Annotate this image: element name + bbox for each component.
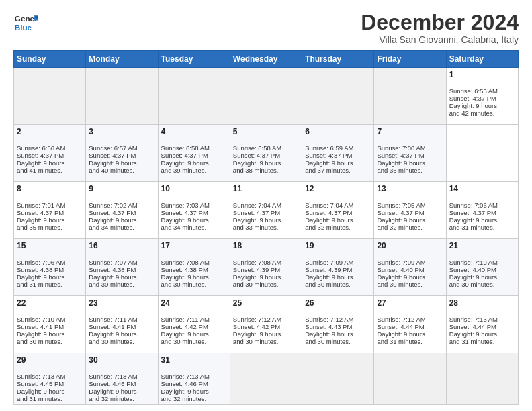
daylight-minutes: and 31 minutes. [377,338,423,345]
daylight-hours: Daylight: 9 hours [161,216,209,224]
daylight-hours: Daylight: 9 hours [89,330,136,338]
daylight-minutes: and 30 minutes. [161,338,207,345]
calendar-cell [446,353,518,405]
sunrise-text: Sunrise: 7:13 AM [89,373,137,380]
sunset-text: Sunset: 4:37 PM [449,209,496,216]
sunset-text: Sunset: 4:37 PM [305,152,352,159]
sunset-text: Sunset: 4:42 PM [233,323,280,330]
calendar-cell: 15Sunrise: 7:06 AMSunset: 4:38 PMDayligh… [14,239,86,296]
day-number: 20 [377,241,443,250]
daylight-hours: Daylight: 9 hours [161,159,209,167]
logo: General Blue [13,11,38,35]
day-number: 27 [377,298,443,308]
daylight-hours: Daylight: 9 hours [449,330,497,338]
daylight-minutes: and 42 minutes. [449,109,495,117]
daylight-minutes: and 30 minutes. [305,338,351,345]
day-number: 2 [17,127,83,136]
sunset-text: Sunset: 4:37 PM [161,209,208,216]
calendar-cell: 27Sunrise: 7:12 AMSunset: 4:44 PMDayligh… [374,296,446,353]
sunrise-text: Sunrise: 7:09 AM [305,259,353,266]
daylight-minutes: and 34 minutes. [89,224,134,231]
calendar-cell [14,68,86,125]
calendar-cell [374,353,446,405]
sunset-text: Sunset: 4:39 PM [305,266,352,273]
calendar-week-row: 15Sunrise: 7:06 AMSunset: 4:38 PMDayligh… [14,239,519,296]
calendar-cell [230,68,302,125]
sunset-text: Sunset: 4:44 PM [449,323,496,330]
month-title: December 2024 [361,11,519,34]
daylight-hours: Daylight: 9 hours [17,159,64,167]
daylight-minutes: and 40 minutes. [89,167,134,174]
sunset-text: Sunset: 4:43 PM [305,323,352,330]
sunrise-text: Sunrise: 7:01 AM [17,201,65,209]
calendar-cell: 28Sunrise: 7:13 AMSunset: 4:44 PMDayligh… [446,296,518,353]
calendar-cell: 4Sunrise: 6:58 AMSunset: 4:37 PMDaylight… [158,125,230,182]
sunset-text: Sunset: 4:38 PM [17,266,64,273]
calendar-cell: 13Sunrise: 7:05 AMSunset: 4:37 PMDayligh… [374,182,446,239]
sunrise-text: Sunrise: 7:12 AM [377,316,425,323]
daylight-minutes: and 30 minutes. [305,281,351,288]
calendar-cell: 24Sunrise: 7:11 AMSunset: 4:42 PMDayligh… [158,296,230,353]
day-number: 3 [89,127,154,136]
sunrise-text: Sunrise: 7:02 AM [89,201,137,209]
page: General Blue December 2024 Villa San Gio… [0,0,532,411]
daylight-hours: Daylight: 9 hours [161,387,209,395]
sunset-text: Sunset: 4:37 PM [377,209,424,216]
daylight-hours: Daylight: 9 hours [305,216,353,224]
day-number: 26 [305,298,371,308]
day-number: 11 [233,184,299,193]
sunset-text: Sunset: 4:41 PM [89,323,136,330]
col-header-monday: Monday [86,51,158,68]
calendar-cell: 19Sunrise: 7:09 AMSunset: 4:39 PMDayligh… [302,239,374,296]
day-number: 10 [161,184,227,193]
sunrise-text: Sunrise: 6:59 AM [305,144,353,152]
day-number: 6 [305,127,371,136]
sunrise-text: Sunrise: 7:09 AM [377,259,425,266]
calendar-cell: 26Sunrise: 7:12 AMSunset: 4:43 PMDayligh… [302,296,374,353]
sunset-text: Sunset: 4:37 PM [89,152,136,159]
daylight-minutes: and 30 minutes. [89,281,134,288]
daylight-minutes: and 31 minutes. [449,338,495,345]
calendar-cell [86,68,158,125]
daylight-minutes: and 30 minutes. [17,338,62,345]
calendar-week-row: 22Sunrise: 7:10 AMSunset: 4:41 PMDayligh… [14,296,519,353]
daylight-hours: Daylight: 9 hours [161,273,209,281]
col-header-saturday: Saturday [446,51,518,68]
calendar-cell: 7Sunrise: 7:00 AMSunset: 4:37 PMDaylight… [374,125,446,182]
calendar-week-row: 29Sunrise: 7:13 AMSunset: 4:45 PMDayligh… [14,353,519,405]
sunrise-text: Sunrise: 7:06 AM [17,259,65,266]
calendar-cell: 30Sunrise: 7:13 AMSunset: 4:46 PMDayligh… [86,353,158,405]
daylight-hours: Daylight: 9 hours [89,273,136,281]
sunset-text: Sunset: 4:37 PM [161,152,208,159]
calendar-cell [302,68,374,125]
sunrise-text: Sunrise: 7:08 AM [233,259,281,266]
day-number: 31 [161,355,227,365]
sunrise-text: Sunrise: 7:06 AM [449,201,498,209]
day-number: 28 [449,298,515,308]
calendar-week-row: 8Sunrise: 7:01 AMSunset: 4:37 PMDaylight… [14,182,519,239]
daylight-minutes: and 36 minutes. [377,167,423,174]
daylight-hours: Daylight: 9 hours [233,273,281,281]
sunset-text: Sunset: 4:37 PM [305,209,352,216]
sunset-text: Sunset: 4:37 PM [449,95,496,102]
calendar-cell: 16Sunrise: 7:07 AMSunset: 4:38 PMDayligh… [86,239,158,296]
sunrise-text: Sunrise: 7:03 AM [161,201,210,209]
calendar-cell: 8Sunrise: 7:01 AMSunset: 4:37 PMDaylight… [14,182,86,239]
calendar-header-row: SundayMondayTuesdayWednesdayThursdayFrid… [14,51,519,68]
sunset-text: Sunset: 4:37 PM [233,209,280,216]
daylight-minutes: and 30 minutes. [233,338,279,345]
daylight-hours: Daylight: 9 hours [161,330,209,338]
svg-text:Blue: Blue [15,23,32,32]
daylight-hours: Daylight: 9 hours [305,273,353,281]
sunset-text: Sunset: 4:37 PM [233,152,280,159]
sunrise-text: Sunrise: 7:13 AM [449,316,498,323]
daylight-hours: Daylight: 9 hours [233,159,281,167]
col-header-tuesday: Tuesday [158,51,230,68]
daylight-minutes: and 37 minutes. [305,167,351,174]
calendar-cell [230,353,302,405]
sunset-text: Sunset: 4:41 PM [17,323,64,330]
calendar-cell: 6Sunrise: 6:59 AMSunset: 4:37 PMDaylight… [302,125,374,182]
calendar-cell: 18Sunrise: 7:08 AMSunset: 4:39 PMDayligh… [230,239,302,296]
day-number: 12 [305,184,371,193]
sunset-text: Sunset: 4:46 PM [89,380,136,387]
